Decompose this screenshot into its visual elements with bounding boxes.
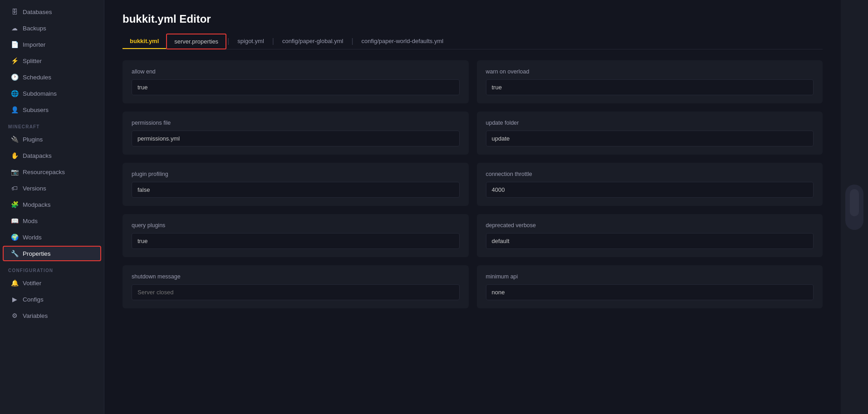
content-area: allow end warn on overload permissions f… [104,49,841,414]
sidebar-item-subdomains[interactable]: 🌐 Subdomains [3,86,101,101]
sidebar-item-label: Mods [23,218,38,224]
tab-server-properties[interactable]: server.properties [166,34,226,49]
field-card-minimum-api: minimum api [477,265,823,308]
sidebar-item-label: Databases [23,9,52,15]
sidebar-item-label: Votifier [23,280,41,287]
field-card-update-folder: update folder [477,112,823,155]
sidebar-item-label: Splitter [23,58,42,64]
backups-icon: ☁ [11,24,18,32]
tab-spigot-yml[interactable]: spigot.yml [230,34,271,49]
votifier-icon: 🔔 [11,279,18,287]
sidebar-item-subusers[interactable]: 👤 Subusers [3,102,101,117]
fields-grid: allow end warn on overload permissions f… [123,60,823,308]
schedules-icon: 🕐 [11,73,18,81]
variables-icon: ⚙ [11,312,18,319]
sidebar-item-backups[interactable]: ☁ Backups [3,20,101,36]
plugins-icon: 🔌 [11,136,18,143]
tab-separator-1: | [226,37,230,45]
sidebar-item-label: Modpacks [23,201,51,208]
sidebar-item-modpacks[interactable]: 🧩 Modpacks [3,197,101,212]
sidebar-item-plugins[interactable]: 🔌 Plugins [3,132,101,147]
sidebar-item-resourcepacks[interactable]: 📷 Resourcepacks [3,164,101,180]
sidebar-item-importer[interactable]: 📄 Importer [3,37,101,52]
field-input-minimum-api[interactable] [486,284,814,300]
sidebar-item-label: Versions [23,185,46,192]
section-configuration: CONFIGURATION [0,262,104,275]
sidebar-item-label: Plugins [23,136,43,143]
sidebar-item-label: Subdomains [23,90,57,97]
subusers-icon: 👤 [11,106,18,113]
field-card-warn-on-overload: warn on overload [477,60,823,103]
tab-config-paper-global[interactable]: config/paper-global.yml [275,34,350,49]
section-minecraft: MINECRAFT [0,118,104,131]
subdomains-icon: 🌐 [11,90,18,97]
modpacks-icon: 🧩 [11,201,18,208]
sidebar-item-mods[interactable]: 📖 Mods [3,213,101,229]
field-input-warn-on-overload[interactable] [486,79,814,95]
sidebar-item-variables[interactable]: ⚙ Variables [3,308,101,323]
field-input-connection-throttle[interactable] [486,182,814,198]
sidebar-item-properties[interactable]: 🔧 Properties [3,246,101,261]
tabs-bar: bukkit.yml server.properties | spigot.ym… [123,34,823,49]
field-label-shutdown-message: shutdown message [132,273,460,280]
field-label-minimum-api: minimum api [486,273,814,280]
tab-separator-2: | [271,37,275,45]
sidebar-item-label: Importer [23,41,45,48]
sidebar-item-label: Schedules [23,74,51,81]
mods-icon: 📖 [11,217,18,224]
sidebar-item-configs[interactable]: ▶ Configs [3,292,101,307]
field-input-deprecated-verbose[interactable] [486,233,814,249]
sidebar-item-label: Subusers [23,107,49,113]
svg-rect-1 [850,189,859,216]
sidebar-item-schedules[interactable]: 🕐 Schedules [3,69,101,85]
sidebar-item-label: Variables [23,312,48,319]
field-card-deprecated-verbose: deprecated verbose [477,214,823,257]
field-input-shutdown-message[interactable] [132,284,460,300]
field-label-query-plugins: query plugins [132,222,460,229]
field-label-connection-throttle: connection throttle [486,171,814,177]
page-header: bukkit.yml Editor bukkit.yml server.prop… [104,0,841,49]
sidebar-item-worlds[interactable]: 🌍 Worlds [3,229,101,245]
versions-icon: 🏷 [11,185,18,192]
field-input-allow-end[interactable] [132,79,460,95]
splitter-icon: ⚡ [11,57,18,64]
configs-icon: ▶ [11,296,18,303]
datapacks-icon: ✋ [11,152,18,159]
field-label-plugin-profiling: plugin profiling [132,171,460,177]
field-input-permissions-file[interactable] [132,131,460,146]
field-card-shutdown-message: shutdown message [123,265,469,308]
sidebar-item-label: Properties [23,250,51,257]
sidebar-item-label: Resourcepacks [23,169,65,175]
field-card-query-plugins: query plugins [123,214,469,257]
sidebar-item-datapacks[interactable]: ✋ Datapacks [3,148,101,163]
sidebar-item-label: Configs [23,296,44,303]
sidebar-item-splitter[interactable]: ⚡ Splitter [3,53,101,68]
side-decoration [841,0,868,414]
page-title: bukkit.yml Editor [123,13,823,25]
field-input-query-plugins[interactable] [132,233,460,249]
sidebar-item-votifier[interactable]: 🔔 Votifier [3,275,101,291]
sidebar-item-label: Worlds [23,234,42,241]
sidebar-item-label: Datapacks [23,152,52,159]
field-label-allow-end: allow end [132,68,460,75]
field-input-plugin-profiling[interactable] [132,182,460,198]
resourcepacks-icon: 📷 [11,168,18,175]
tab-bukkit-yml[interactable]: bukkit.yml [123,34,166,49]
worlds-icon: 🌍 [11,234,18,241]
field-card-plugin-profiling: plugin profiling [123,163,469,206]
field-card-connection-throttle: connection throttle [477,163,823,206]
field-label-permissions-file: permissions file [132,120,460,126]
main-content: bukkit.yml Editor bukkit.yml server.prop… [104,0,841,414]
sidebar-item-databases[interactable]: 🗄 Databases [3,4,101,19]
sidebar-item-versions[interactable]: 🏷 Versions [3,180,101,196]
sidebar: 🗄 Databases ☁ Backups 📄 Importer ⚡ Split… [0,0,104,414]
databases-icon: 🗄 [11,8,18,15]
tab-separator-3: | [350,37,354,45]
field-input-update-folder[interactable] [486,131,814,146]
field-label-deprecated-verbose: deprecated verbose [486,222,814,229]
properties-icon: 🔧 [11,250,18,257]
tab-config-paper-world[interactable]: config/paper-world-defaults.yml [354,34,451,49]
field-card-permissions-file: permissions file [123,112,469,155]
sidebar-item-label: Backups [23,25,46,32]
field-label-warn-on-overload: warn on overload [486,68,814,75]
